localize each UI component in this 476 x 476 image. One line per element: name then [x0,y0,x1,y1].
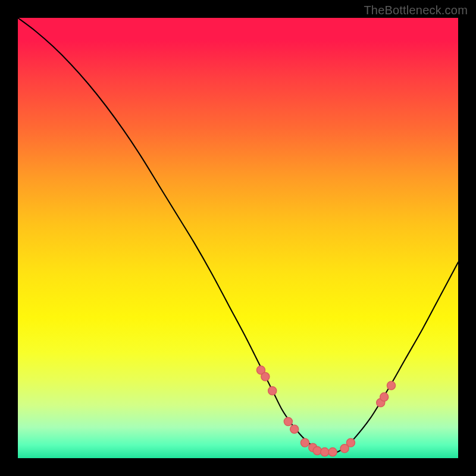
curve-svg [18,18,458,458]
highlight-dot [321,448,329,456]
watermark-text: TheBottleneck.com [364,4,468,17]
highlight-dot [284,418,292,426]
plot-area [18,18,458,458]
highlight-dot [290,425,299,433]
outer-frame: TheBottleneck.com [0,0,476,476]
highlight-dot [380,393,389,401]
highlight-dot [268,387,277,395]
highlight-dot [313,446,321,455]
highlight-dot [300,439,309,447]
highlight-dot [346,439,355,447]
highlight-dot [387,381,395,390]
highlight-dot [261,372,270,381]
highlight-dot [328,448,337,456]
